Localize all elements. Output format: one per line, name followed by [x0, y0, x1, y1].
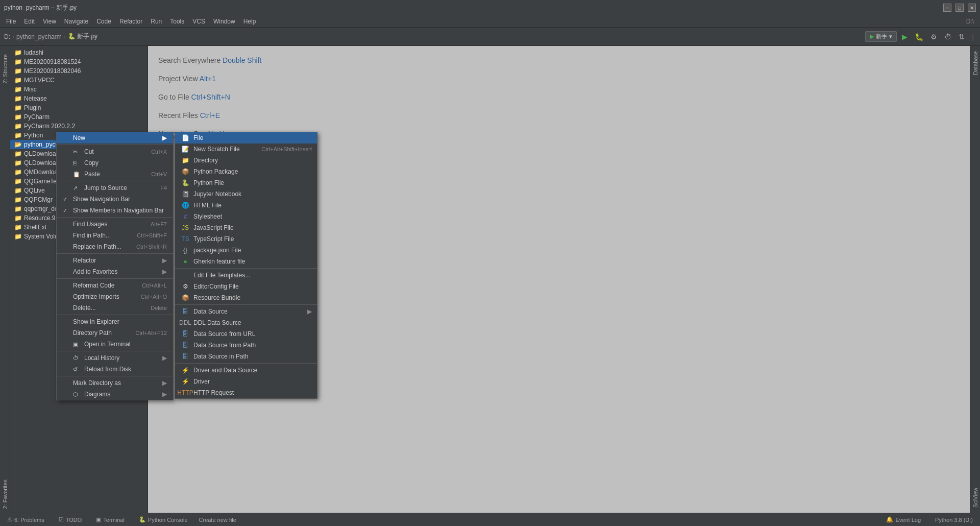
menu-file[interactable]: File [2, 17, 20, 26]
menu-edit[interactable]: Edit [20, 17, 39, 26]
status-terminal[interactable]: ▣ Terminal [93, 515, 128, 524]
debug-button[interactable]: 🐛 [913, 32, 925, 42]
ctx-item-replace-path[interactable]: Replace in Path... Ctrl+Shift+R [57, 241, 173, 252]
submenu-datasource-inpath[interactable]: 🗄 Data Source in Path [175, 351, 317, 362]
structure-tab[interactable]: Z: Structure [1, 50, 9, 87]
status-todo[interactable]: ☑ TODO [56, 515, 85, 524]
submenu-html[interactable]: 🌐 HTML File [175, 200, 317, 211]
check-show-members: ✓ [63, 207, 71, 214]
close-button[interactable]: ✕ [968, 4, 976, 12]
tree-item-ludashi[interactable]: 📁 ludashi [10, 48, 148, 57]
run-config-selector[interactable]: ▶ 新手 ▾ [865, 31, 897, 42]
minimize-button[interactable]: ─ [943, 4, 951, 12]
build-button[interactable]: ⇅ [957, 32, 967, 42]
menu-run[interactable]: Run [146, 17, 166, 26]
tree-item-misc[interactable]: 📁 Misc [10, 85, 148, 94]
tree-item-pycharm[interactable]: 📁 PyCharm [10, 112, 148, 122]
ctx-item-reformat[interactable]: Reformat Code Ctrl+Alt+L [57, 280, 173, 291]
ctx-item-copy[interactable]: ⎘ Copy [57, 157, 173, 169]
css-icon: # [180, 213, 190, 220]
status-problems[interactable]: ⚠ 6: Problems [4, 515, 47, 524]
tree-item-netease[interactable]: 📁 Netease [10, 94, 148, 103]
submenu-editorconfig[interactable]: ⚙ EditorConfig File [175, 281, 317, 292]
tree-item-mgtvpcc[interactable]: 📁 MGTVPCC [10, 76, 148, 85]
menu-tools[interactable]: Tools [166, 17, 188, 26]
ctx-item-show-members[interactable]: ✓ Show Members in Navigation Bar [57, 205, 173, 216]
profile-button[interactable]: ⏱ [942, 32, 953, 42]
breadcrumb-file[interactable]: 🐍 新手.py [68, 32, 97, 41]
tree-item-pycharm2020[interactable]: 📁 PyCharm 2020.2.2 [10, 122, 148, 131]
ctx-item-find-path[interactable]: Find in Path... Ctrl+Shift+F [57, 230, 173, 241]
folder-icon: 📁 [14, 113, 22, 121]
submenu-js[interactable]: JS JavaScript File [175, 222, 317, 233]
status-event-log[interactable]: 🔔 Event Log [883, 515, 924, 524]
run-config-label: 新手 [876, 33, 887, 40]
ctx-item-cut[interactable]: ✂ Cut Ctrl+X [57, 146, 173, 157]
submenu-stylesheet[interactable]: # Stylesheet [175, 211, 317, 222]
menu-refactor[interactable]: Refactor [115, 17, 146, 26]
ctx-item-dir-path[interactable]: Directory Path Ctrl+Alt+F12 [57, 327, 173, 339]
submenu-datasource-path[interactable]: 🗄 Data Source from Path [175, 340, 317, 351]
menu-navigate[interactable]: Navigate [60, 17, 92, 26]
menu-help[interactable]: Help [239, 17, 260, 26]
submenu-ddl[interactable]: DDL DDL Data Source [175, 317, 317, 328]
breadcrumb-d[interactable]: D: [4, 33, 10, 40]
menu-code[interactable]: Code [92, 17, 115, 26]
submenu-datasource-url[interactable]: 🗄 Data Source from URL [175, 328, 317, 340]
submenu-edit-templates[interactable]: Edit File Templates... [175, 270, 317, 281]
title-bar: python_pycharm – 新手.py ─ □ ✕ [0, 0, 980, 15]
submenu-python-package[interactable]: 📦 Python Package [175, 166, 317, 177]
submenu-python-file[interactable]: 🐍 Python File [175, 177, 317, 188]
favorites-tab[interactable]: 2: Favorites [1, 475, 9, 513]
database-tab[interactable]: Database [970, 46, 980, 80]
status-python-console[interactable]: 🐍 Python Console [136, 515, 191, 524]
ctx-item-find-usages[interactable]: Find Usages Alt+F7 [57, 219, 173, 230]
submenu-file[interactable]: 📄 File [175, 132, 317, 144]
submenu-driver[interactable]: ⚡ Driver [175, 376, 317, 387]
status-python-version[interactable]: Python 3.8 (D:) [932, 516, 976, 524]
arrow-icon4: ▶ [162, 354, 167, 362]
ctx-item-jump[interactable]: ↗ Jump to Source F4 [57, 182, 173, 194]
submenu-gherkin[interactable]: ● Gherkin feature file [175, 256, 317, 267]
pyfile-icon: 🐍 [180, 179, 190, 186]
submenu-directory[interactable]: 📁 Directory [175, 155, 317, 166]
ctx-item-favorites[interactable]: Add to Favorites ▶ [57, 266, 173, 277]
ctx-item-paste[interactable]: 📋 Paste Ctrl+V [57, 169, 173, 180]
ctx-sep1 [57, 145, 173, 145]
history-icon: ⏱ [73, 355, 81, 361]
ctx-item-optimize[interactable]: Optimize Imports Ctrl+Alt+O [57, 291, 173, 302]
ctx-item-diagrams[interactable]: ⬡ Diagrams ▶ [57, 389, 173, 400]
submenu-ts[interactable]: TS TypeScript File [175, 233, 317, 245]
menu-window[interactable]: Window [209, 17, 239, 26]
breadcrumb-project[interactable]: python_pycharm [16, 33, 62, 40]
submenu-packagejson[interactable]: {} package.json File [175, 245, 317, 256]
tree-item-me2[interactable]: 📁 ME20200918082046 [10, 66, 148, 76]
tree-item-me1[interactable]: 📁 ME20200918081524 [10, 57, 148, 66]
ctx-item-reload[interactable]: ↺ Reload from Disk [57, 364, 173, 375]
menu-vcs[interactable]: VCS [188, 17, 209, 26]
folder-icon: 📁 [14, 187, 22, 194]
scratch-icon: 📝 [180, 146, 190, 153]
sciview-tab[interactable]: SciView [970, 483, 980, 513]
ctx-item-show-navbar[interactable]: ✓ Show Navigation Bar [57, 194, 173, 205]
ctx-item-new[interactable]: New ▶ [57, 132, 173, 144]
ctx-item-refactor[interactable]: Refactor ▶ [57, 255, 173, 266]
run-button[interactable]: ▶ [900, 32, 910, 42]
ctx-sep5 [57, 278, 173, 279]
ctx-item-mark-dir[interactable]: Mark Directory as ▶ [57, 377, 173, 389]
diagram-icon: ⬡ [73, 391, 81, 398]
ctx-item-local-history[interactable]: ⏱ Local History ▶ [57, 352, 173, 364]
submenu-scratch[interactable]: 📝 New Scratch File Ctrl+Alt+Shift+Insert [175, 144, 317, 155]
submenu-resource[interactable]: 📦 Resource Bundle [175, 292, 317, 303]
menu-view[interactable]: View [39, 17, 60, 26]
coverage-button[interactable]: ⚙ [928, 32, 939, 42]
submenu-driver-datasource[interactable]: ⚡ Driver and Data Source [175, 365, 317, 376]
submenu-http[interactable]: HTTP HTTP Request [175, 387, 317, 398]
maximize-button[interactable]: □ [955, 4, 964, 12]
submenu-jupyter[interactable]: 📓 Jupyter Notebook [175, 188, 317, 200]
ctx-item-delete[interactable]: Delete... Delete [57, 302, 173, 314]
submenu-datasource[interactable]: 🗄 Data Source ▶ [175, 306, 317, 317]
ctx-item-terminal[interactable]: ▣ Open in Terminal [57, 339, 173, 350]
ctx-item-show-explorer[interactable]: Show in Explorer [57, 316, 173, 327]
tree-item-plugin[interactable]: 📁 Plugin [10, 103, 148, 112]
